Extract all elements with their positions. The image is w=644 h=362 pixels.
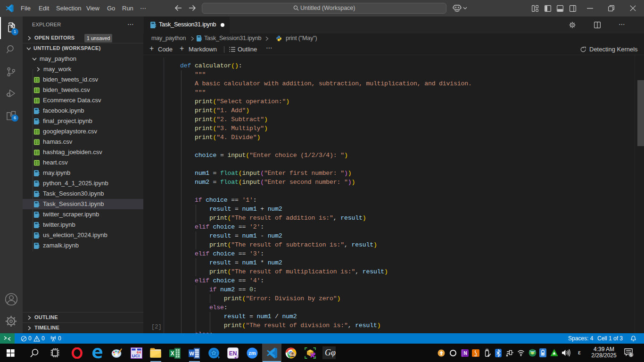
svg-text:zm: zm (248, 350, 256, 356)
svg-text:N: N (463, 351, 467, 356)
svg-text:X: X (171, 350, 174, 357)
svg-text:5: 5 (630, 352, 632, 357)
svg-text:W: W (190, 351, 195, 356)
svg-text:UCI: UCI (132, 353, 140, 358)
svg-text:EN: EN (229, 350, 237, 357)
